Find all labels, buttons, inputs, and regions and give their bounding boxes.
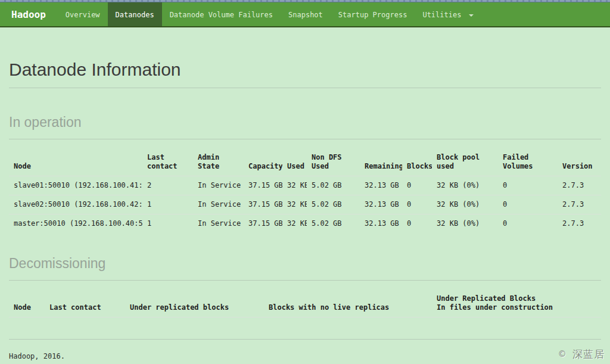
- table-cell: 32 KB: [282, 195, 307, 214]
- page-title: Datanode Information: [9, 60, 601, 79]
- navbar-tabs: Overview Datanodes Datanode Volume Failu…: [58, 2, 481, 26]
- table-cell: 37.15 GB: [244, 176, 282, 195]
- footer-text: Hadoop, 2016.: [9, 352, 601, 360]
- table-cell: 0: [402, 176, 432, 195]
- table-cell: 0: [402, 195, 432, 214]
- table-cell: 5.02 GB: [307, 214, 360, 234]
- table-cell: 1: [142, 214, 193, 234]
- table-cell: 5.02 GB: [307, 195, 360, 214]
- in-operation-table: NodeLast contactAdmin StateCapacityUsedN…: [9, 148, 601, 233]
- table-header-row: NodeLast contactAdmin StateCapacityUsedN…: [9, 148, 601, 176]
- section-heading-in-operation: In operation: [9, 114, 601, 130]
- table-cell: 2.7.3: [558, 214, 601, 234]
- navbar: Hadoop Overview Datanodes Datanode Volum…: [0, 2, 610, 27]
- nav-item-datanode-volume-failures[interactable]: Datanode Volume Failures: [162, 2, 281, 26]
- table-cell: 37.15 GB: [244, 214, 282, 234]
- column-header: Blocks with no live replicas: [264, 290, 432, 318]
- table-cell: 32 KB (0%): [432, 176, 498, 195]
- navbar-brand[interactable]: Hadoop: [0, 2, 58, 26]
- decomissioning-table: NodeLast contactUnder replicated blocksB…: [9, 290, 601, 318]
- table-cell: 32 KB: [282, 214, 307, 234]
- main-content: Datanode Information In operation NodeLa…: [0, 60, 610, 360]
- table-cell: 32 KB: [282, 176, 307, 195]
- table-cell: slave02:50010 (192.168.100.42:50010): [9, 195, 142, 214]
- table-cell: 0: [498, 195, 558, 214]
- column-header: Remaining: [360, 148, 402, 176]
- column-header: Admin State: [193, 148, 244, 176]
- column-header: Non DFS Used: [307, 148, 360, 176]
- column-header: Block pool used: [432, 148, 498, 176]
- table-cell: 32.13 GB: [360, 195, 402, 214]
- table-cell: 0: [498, 176, 558, 195]
- table-row: slave02:50010 (192.168.100.42:50010)1In …: [9, 195, 601, 214]
- nav-item-snapshot[interactable]: Snapshot: [281, 2, 331, 26]
- table-header-row: NodeLast contactUnder replicated blocksB…: [9, 290, 601, 318]
- table-row: master:50010 (192.168.100.40:50010)1In S…: [9, 214, 601, 234]
- nav-item-utilities[interactable]: Utilities: [415, 2, 481, 26]
- column-header: Version: [558, 148, 601, 176]
- column-header: Last contact: [142, 148, 193, 176]
- table-cell: 0: [498, 214, 558, 234]
- caret-down-icon: [469, 14, 474, 17]
- table-cell: 0: [402, 214, 432, 234]
- column-header: Node: [9, 148, 142, 176]
- table-cell: In Service: [193, 195, 244, 214]
- column-header: Capacity: [244, 148, 282, 176]
- divider: [9, 139, 601, 139]
- nav-item-overview[interactable]: Overview: [58, 2, 108, 26]
- nav-item-datanodes[interactable]: Datanodes: [108, 2, 162, 26]
- table-cell: 2.7.3: [558, 176, 601, 195]
- table-cell: 32.13 GB: [360, 214, 402, 234]
- divider: [9, 88, 601, 88]
- table-cell: 2: [142, 176, 193, 195]
- table-cell: master:50010 (192.168.100.40:50010): [9, 214, 142, 234]
- table-cell: slave01:50010 (192.168.100.41:50010): [9, 176, 142, 195]
- column-header: Used: [282, 148, 307, 176]
- table-cell: 1: [142, 195, 193, 214]
- column-header: Blocks: [402, 148, 432, 176]
- column-header: Last contact: [45, 290, 125, 318]
- watermark: © 深蓝居: [559, 347, 605, 361]
- column-header: Node: [9, 290, 45, 318]
- divider: [9, 280, 601, 281]
- table-cell: In Service: [193, 176, 244, 195]
- footer-divider: [9, 339, 601, 340]
- table-cell: 32.13 GB: [360, 176, 402, 195]
- table-cell: 32 KB (0%): [432, 195, 498, 214]
- table-row: slave01:50010 (192.168.100.41:50010)2In …: [9, 176, 601, 195]
- table-cell: 5.02 GB: [307, 176, 360, 195]
- table-cell: 2.7.3: [558, 195, 601, 214]
- table-cell: 32 KB (0%): [432, 214, 498, 234]
- table-cell: 37.15 GB: [244, 195, 282, 214]
- nav-item-utilities-label: Utilities: [422, 11, 461, 19]
- column-header: Under Replicated Blocks In files under c…: [432, 290, 601, 318]
- table-cell: In Service: [193, 214, 244, 234]
- column-header: Failed Volumes: [498, 148, 558, 176]
- nav-item-startup-progress[interactable]: Startup Progress: [331, 2, 415, 26]
- section-heading-decomissioning: Decomissioning: [9, 256, 601, 272]
- column-header: Under replicated blocks: [125, 290, 264, 318]
